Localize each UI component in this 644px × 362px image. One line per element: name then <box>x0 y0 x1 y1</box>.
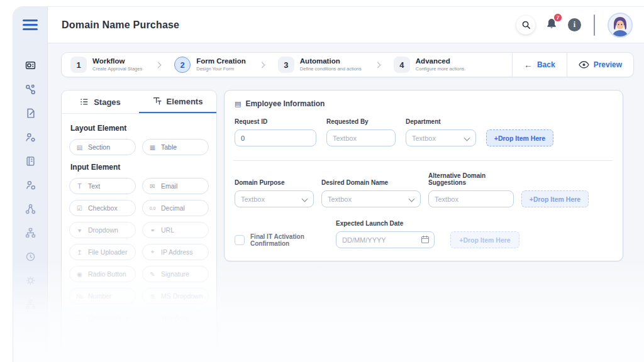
text-area-icon: ▭ <box>148 315 157 322</box>
element-item-text[interactable]: TText <box>69 178 136 194</box>
multi-select-dropdown-icon: ≣ <box>148 293 157 300</box>
dashboard-monitor-icon[interactable] <box>25 60 36 71</box>
org-chart-icon[interactable] <box>25 228 36 238</box>
requested-by-label: Requested By <box>326 118 396 125</box>
signature-icon: ✎ <box>148 271 157 278</box>
preview-button[interactable]: Preview <box>567 53 633 77</box>
chevron-right-icon <box>374 62 380 68</box>
app-window: Domain Name Purchase 7 i <box>13 6 644 362</box>
step-form-creation[interactable]: 2 Form CreationDesign Your Form <box>174 57 246 73</box>
step-workflow[interactable]: 1 WorkflowCreate Approval Stages <box>70 57 142 73</box>
stepper-bar: 1 WorkflowCreate Approval Stages 2 Form … <box>61 52 634 77</box>
search-button[interactable] <box>516 16 535 35</box>
text-elements-icon <box>153 97 162 106</box>
header-divider <box>594 14 595 36</box>
back-arrow-icon: ← <box>524 60 533 69</box>
workflow-icon[interactable] <box>25 84 36 95</box>
section-icon: ▤ <box>235 100 241 108</box>
settings-gear-icon[interactable] <box>25 275 36 286</box>
domain-purpose-label: Domain Purpose <box>235 179 314 186</box>
notification-badge: 7 <box>553 13 562 22</box>
left-icon-rail <box>13 7 48 362</box>
requested-by-input[interactable] <box>326 129 396 146</box>
info-button[interactable]: i <box>568 18 581 31</box>
number-icon: № <box>75 293 84 300</box>
ip-address-icon: ⌖ <box>148 248 157 256</box>
hierarchy-icon[interactable] <box>25 204 36 214</box>
section-icon: ▤ <box>75 144 84 151</box>
tab-stages[interactable]: Stages <box>62 90 139 113</box>
final-it-confirmation-checkbox[interactable] <box>235 235 245 245</box>
element-item-email[interactable]: ✉Email <box>142 178 209 194</box>
element-item-text-area[interactable]: ▭Text Area <box>142 310 209 326</box>
dropdown-icon: ▾ <box>75 227 84 234</box>
search-icon <box>521 20 531 30</box>
request-id-label: Request ID <box>235 118 316 125</box>
user-roles-icon[interactable] <box>25 180 36 190</box>
checkbox-list-icon: ☰ <box>75 315 84 322</box>
departments-icon[interactable] <box>25 299 36 310</box>
form-section-title: Employee Information <box>245 99 325 108</box>
tab-elements[interactable]: Elements <box>139 90 216 113</box>
element-item-signature[interactable]: ✎Signature <box>142 266 209 282</box>
element-item-number[interactable]: №Number <box>69 288 136 304</box>
desired-domain-name-select[interactable] <box>321 190 421 207</box>
table-icon: ▦ <box>148 144 157 151</box>
radio-button-icon: ◉ <box>75 271 84 278</box>
elements-panel: Stages Elements Layout Element ▤ Section <box>61 90 217 358</box>
domain-purpose-select[interactable] <box>235 190 314 207</box>
document-edit-icon[interactable] <box>25 108 36 119</box>
department-select[interactable] <box>406 129 476 146</box>
element-item-ip-address[interactable]: ⌖IP Address <box>142 244 209 260</box>
element-item-radio-button[interactable]: ◉Radio Button <box>69 266 136 282</box>
decimal-icon: 0.0 <box>148 206 157 211</box>
url-link-icon: ⚭ <box>148 227 157 234</box>
panel-tabs: Stages Elements <box>62 90 216 114</box>
email-icon: ✉ <box>148 183 157 190</box>
file-upload-icon: ↥ <box>75 249 84 256</box>
form-divider <box>233 160 613 161</box>
history-icon[interactable] <box>25 251 36 262</box>
expected-launch-date-label: Expected Launch Date <box>336 220 435 227</box>
expected-launch-date-input[interactable] <box>336 231 435 248</box>
text-icon: T <box>75 183 84 190</box>
notebook-icon[interactable] <box>25 156 36 167</box>
drop-zone-2[interactable]: +Drop Item Here <box>521 190 589 207</box>
element-item-faded[interactable] <box>69 332 136 348</box>
desired-domain-name-label: Desired Domain Name <box>321 179 421 186</box>
element-item-section[interactable]: ▤ Section <box>69 139 136 155</box>
drop-zone-1[interactable]: +Drop Item Here <box>486 129 553 146</box>
alt-domain-suggestions-input[interactable] <box>428 190 514 207</box>
element-item-faded[interactable] <box>142 332 209 348</box>
element-item-ms-dropdown[interactable]: ≣MS Dropdown <box>142 288 209 304</box>
user-settings-icon[interactable] <box>25 132 36 143</box>
back-button[interactable]: ← Back <box>512 53 567 77</box>
department-label: Department <box>406 118 476 125</box>
element-item-table[interactable]: ▦ Table <box>142 139 209 155</box>
element-item-dropdown[interactable]: ▾Dropdown <box>69 222 136 238</box>
element-item-decimal[interactable]: 0.0Decimal <box>142 200 209 216</box>
element-item-url[interactable]: ⚭URL <box>142 222 209 238</box>
user-avatar[interactable] <box>608 13 633 38</box>
drop-zone-3[interactable]: +Drop Item Here <box>450 231 519 248</box>
eye-icon <box>579 61 589 69</box>
chevron-right-icon <box>258 62 265 68</box>
form-canvas: ▤ Employee Information Request ID Reques… <box>224 90 623 261</box>
step-automation[interactable]: 3 AutomationDefine conditions and action… <box>278 57 362 73</box>
checkbox-icon: ☑ <box>75 205 84 212</box>
content-area: 1 WorkflowCreate Approval Stages 2 Form … <box>48 43 644 362</box>
element-item-checkbox-list[interactable]: ☰Checkbox List <box>69 310 136 326</box>
hamburger-menu-icon[interactable] <box>23 19 38 33</box>
element-item-file-uploader[interactable]: ↥File Uploader <box>69 244 136 260</box>
layout-element-heading: Layout Element <box>70 124 208 133</box>
step-advanced[interactable]: 4 AdvancedConfigure more actions. <box>394 57 466 73</box>
extra-menu-icon[interactable] <box>25 323 36 334</box>
chevron-right-icon <box>155 62 162 68</box>
element-item-checkbox[interactable]: ☑Checkbox <box>69 200 136 216</box>
alt-domain-suggestions-label: Alternative Domain Suggestions <box>428 172 514 186</box>
top-header: Domain Name Purchase 7 i <box>48 7 644 43</box>
input-element-heading: Input Element <box>70 163 208 172</box>
request-id-input[interactable] <box>235 129 316 146</box>
page-title: Domain Name Purchase <box>62 19 179 31</box>
notifications-button[interactable]: 7 <box>545 18 558 33</box>
